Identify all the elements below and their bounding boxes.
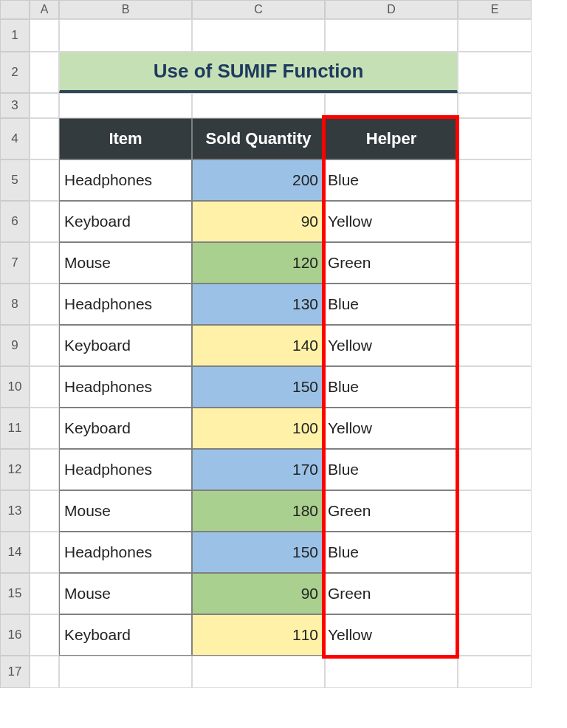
cell-empty[interactable]: [30, 366, 59, 408]
cell-helper[interactable]: Blue: [325, 532, 458, 573]
cell-qty[interactable]: 90: [192, 573, 325, 614]
row-header-13[interactable]: 13: [0, 490, 30, 532]
cell-empty[interactable]: [192, 19, 325, 52]
cell-empty[interactable]: [30, 118, 59, 159]
cell-item[interactable]: Headphones: [59, 532, 192, 573]
cell-qty[interactable]: 110: [192, 614, 325, 656]
cell-qty[interactable]: 140: [192, 325, 325, 366]
cell-item[interactable]: Keyboard: [59, 614, 192, 656]
row-header-12[interactable]: 12: [0, 449, 30, 490]
cell-helper[interactable]: Green: [325, 242, 458, 284]
row-header-14[interactable]: 14: [0, 532, 30, 573]
cell-qty[interactable]: 170: [192, 449, 325, 490]
cell-helper[interactable]: Yellow: [325, 408, 458, 449]
cell-item[interactable]: Keyboard: [59, 408, 192, 449]
cell-empty[interactable]: [30, 93, 59, 118]
column-header-A[interactable]: A: [30, 0, 59, 19]
cell-empty[interactable]: [458, 242, 532, 284]
cell-helper[interactable]: Blue: [325, 159, 458, 201]
cell-empty[interactable]: [458, 325, 532, 366]
column-header-E[interactable]: E: [458, 0, 532, 19]
cell-empty[interactable]: [30, 573, 59, 614]
cell-empty[interactable]: [458, 408, 532, 449]
cell-helper[interactable]: Yellow: [325, 614, 458, 656]
row-header-10[interactable]: 10: [0, 366, 30, 408]
cell-empty[interactable]: [458, 490, 532, 532]
table-header-helper[interactable]: Helper: [325, 118, 458, 159]
cell-empty[interactable]: [458, 159, 532, 201]
cell-empty[interactable]: [458, 118, 532, 159]
cell-helper[interactable]: Blue: [325, 284, 458, 325]
cell-empty[interactable]: [30, 284, 59, 325]
row-header-17[interactable]: 17: [0, 656, 30, 688]
cell-empty[interactable]: [30, 242, 59, 284]
row-header-8[interactable]: 8: [0, 284, 30, 325]
cell-item[interactable]: Headphones: [59, 449, 192, 490]
cell-empty[interactable]: [458, 532, 532, 573]
row-header-5[interactable]: 5: [0, 159, 30, 201]
cell-empty[interactable]: [458, 656, 532, 688]
cell-empty[interactable]: [30, 325, 59, 366]
cell-empty[interactable]: [59, 656, 192, 688]
cell-item[interactable]: Mouse: [59, 490, 192, 532]
row-header-2[interactable]: 2: [0, 52, 30, 93]
cell-empty[interactable]: [458, 93, 532, 118]
cell-empty[interactable]: [30, 449, 59, 490]
row-header-15[interactable]: 15: [0, 573, 30, 614]
table-header-qty[interactable]: Sold Quantity: [192, 118, 325, 159]
table-header-item[interactable]: Item: [59, 118, 192, 159]
cell-empty[interactable]: [30, 408, 59, 449]
cell-item[interactable]: Keyboard: [59, 201, 192, 242]
cell-empty[interactable]: [458, 449, 532, 490]
cell-empty[interactable]: [458, 366, 532, 408]
cell-empty[interactable]: [325, 19, 458, 52]
cell-qty[interactable]: 100: [192, 408, 325, 449]
cell-empty[interactable]: [458, 573, 532, 614]
cell-item[interactable]: Keyboard: [59, 325, 192, 366]
cell-item[interactable]: Headphones: [59, 284, 192, 325]
cell-item[interactable]: Headphones: [59, 366, 192, 408]
cell-helper[interactable]: Blue: [325, 449, 458, 490]
cell-empty[interactable]: [458, 201, 532, 242]
cell-empty[interactable]: [30, 490, 59, 532]
cell-helper[interactable]: Blue: [325, 366, 458, 408]
row-header-16[interactable]: 16: [0, 614, 30, 656]
row-header-6[interactable]: 6: [0, 201, 30, 242]
row-header-11[interactable]: 11: [0, 408, 30, 449]
column-header-C[interactable]: C: [192, 0, 325, 19]
row-header-3[interactable]: 3: [0, 93, 30, 118]
cell-empty[interactable]: [59, 93, 192, 118]
cell-empty[interactable]: [325, 656, 458, 688]
cell-empty[interactable]: [458, 614, 532, 656]
cell-empty[interactable]: [458, 52, 532, 93]
select-all-corner[interactable]: [0, 0, 30, 19]
cell-empty[interactable]: [30, 19, 59, 52]
cell-empty[interactable]: [458, 19, 532, 52]
cell-empty[interactable]: [192, 656, 325, 688]
row-header-1[interactable]: 1: [0, 19, 30, 52]
cell-helper[interactable]: Green: [325, 490, 458, 532]
title-cell[interactable]: Use of SUMIF Function: [59, 52, 458, 93]
cell-qty[interactable]: 200: [192, 159, 325, 201]
cell-item[interactable]: Headphones: [59, 159, 192, 201]
cell-empty[interactable]: [30, 656, 59, 688]
cell-qty[interactable]: 150: [192, 366, 325, 408]
cell-empty[interactable]: [30, 201, 59, 242]
cell-qty[interactable]: 90: [192, 201, 325, 242]
cell-empty[interactable]: [192, 93, 325, 118]
cell-qty[interactable]: 150: [192, 532, 325, 573]
row-header-4[interactable]: 4: [0, 118, 30, 159]
cell-empty[interactable]: [30, 52, 59, 93]
cell-item[interactable]: Mouse: [59, 573, 192, 614]
cell-item[interactable]: Mouse: [59, 242, 192, 284]
column-header-B[interactable]: B: [59, 0, 192, 19]
cell-empty[interactable]: [30, 614, 59, 656]
cell-qty[interactable]: 180: [192, 490, 325, 532]
cell-qty[interactable]: 120: [192, 242, 325, 284]
cell-helper[interactable]: Green: [325, 573, 458, 614]
column-header-D[interactable]: D: [325, 0, 458, 19]
cell-empty[interactable]: [59, 19, 192, 52]
cell-empty[interactable]: [30, 159, 59, 201]
cell-helper[interactable]: Yellow: [325, 325, 458, 366]
cell-empty[interactable]: [458, 284, 532, 325]
